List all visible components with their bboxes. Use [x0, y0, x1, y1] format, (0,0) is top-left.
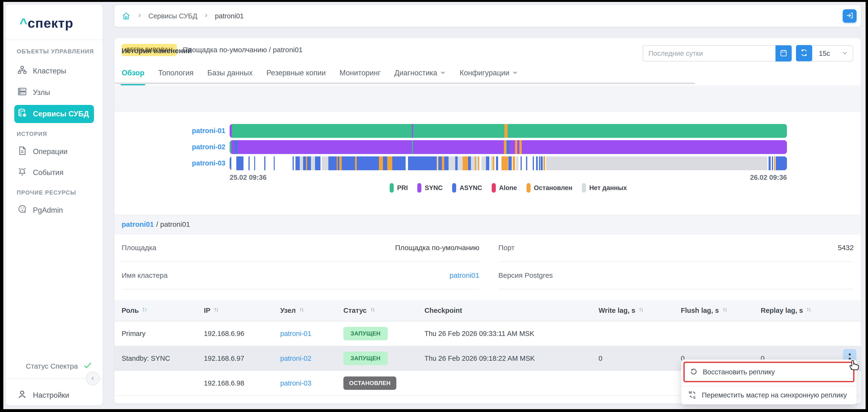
field-postgres-version: Версия Postgres — [498, 262, 854, 289]
calendar-button[interactable] — [775, 45, 792, 62]
sidebar-section-other-resources: ПРОЧИЕ РЕСУРСЫ — [17, 189, 76, 196]
chevron-right-icon — [137, 13, 142, 19]
cluster-name-link[interactable]: patroni01 — [122, 220, 154, 228]
cluster-card-header: patroni01 / patroni01 — [115, 215, 861, 234]
logout-button[interactable] — [843, 9, 857, 23]
menu-item-restore-replica[interactable]: Восстановить реплику — [683, 362, 855, 382]
tab-overview[interactable]: Обзор — [122, 69, 144, 77]
page-title: Площадка по-умолчанию / patroni01 — [183, 46, 303, 54]
col-ip[interactable]: IP — [204, 307, 280, 315]
menu-item-switch-master[interactable]: MS Переместить мастер на синхронную репл… — [681, 386, 857, 404]
tab-bar: Обзор Топология Базы данных Резервные ко… — [122, 64, 518, 82]
legend-swatch — [527, 183, 531, 193]
main-panel: ДЕГРАДИРОВАН Площадка по-умолчанию / pat… — [115, 38, 861, 404]
pgadmin-icon — [17, 204, 27, 216]
refresh-button[interactable] — [796, 45, 812, 61]
table-header: Роль IP Узел Статус Checkpoint Write lag… — [115, 300, 861, 321]
mouse-cursor-pointer — [847, 358, 860, 372]
app-window: ^спектр ОБЪЕКТЫ УПРАВЛЕНИЯ Кластеры Узлы… — [3, 2, 866, 409]
table-row-patroni-01[interactable]: Primary 192.168.6.96 patroni-01 ЗАПУЩЕН … — [115, 321, 861, 346]
row-context-menu: Восстановить реплику MS Переместить маст… — [681, 359, 857, 404]
check-icon — [83, 360, 93, 372]
sidebar-item-pgadmin[interactable]: PgAdmin — [14, 201, 94, 219]
sidebar-collapse-button[interactable] — [86, 372, 100, 385]
col-checkpoint: Checkpoint — [425, 307, 598, 315]
svg-text:S: S — [693, 395, 695, 399]
sidebar-section-management: ОБЪЕКТЫ УПРАВЛЕНИЯ — [17, 48, 94, 55]
col-flush-lag[interactable]: Flush lag, s — [681, 307, 761, 315]
node-link[interactable]: patroni-02 — [280, 354, 311, 362]
breadcrumb-current: patroni01 — [215, 12, 244, 20]
sort-icon[interactable] — [638, 307, 644, 315]
col-role[interactable]: Роль — [115, 307, 204, 315]
history-title: История изменений — [122, 47, 192, 55]
node-link[interactable]: patroni-03 — [280, 379, 311, 387]
tab-configurations[interactable]: Конфигурации — [460, 69, 518, 77]
sort-icon[interactable] — [722, 307, 728, 315]
time-range-control — [643, 45, 792, 62]
refresh-interval-value: 15с — [819, 50, 830, 58]
tab-diagnostics[interactable]: Диагностика — [395, 69, 446, 77]
chevron-right-icon — [204, 13, 209, 19]
legend-item-sync: SYNC — [417, 183, 442, 193]
breadcrumb-db-services[interactable]: Сервисы СУБД — [148, 12, 197, 20]
legend-item-async: ASYNC — [452, 183, 482, 193]
legend-item-pri: PRI — [390, 183, 408, 193]
status-badge-stopped: ОСТАНОВЛЕН — [343, 377, 396, 390]
legend-item-stopped: Остановлен — [527, 183, 572, 193]
field-site: ПлощадкаПлощадка по-умолчанию — [122, 234, 479, 262]
sidebar-item-clusters[interactable]: Кластеры — [14, 62, 94, 80]
tab-monitoring[interactable]: Мониторинг — [340, 69, 380, 77]
timeline-track-patroni-02[interactable] — [230, 140, 787, 154]
timeline-label-patroni-03[interactable]: patroni-03 — [120, 159, 225, 167]
tab-databases[interactable]: Базы данных — [208, 69, 253, 77]
timeline-track-patroni-03[interactable] — [230, 156, 787, 170]
cluster-name-rest: / patroni01 — [156, 220, 190, 228]
status-badge-running: ЗАПУЩЕН — [343, 352, 388, 365]
sidebar-item-events[interactable]: События — [14, 164, 94, 182]
sidebar-item-label: Узлы — [33, 88, 50, 97]
spektr-status: Статус Спектра — [26, 360, 93, 372]
events-icon — [17, 167, 27, 179]
cluster-name-value-link[interactable]: patroni01 — [450, 271, 479, 279]
timeline-label-patroni-01[interactable]: patroni-01 — [120, 127, 225, 135]
timeline-label-patroni-02[interactable]: patroni-02 — [120, 143, 225, 151]
legend-swatch — [390, 183, 394, 193]
legend-item-nodata: Нет данных — [582, 183, 627, 193]
db-services-icon — [17, 108, 27, 120]
chevron-down-icon[interactable] — [842, 50, 848, 57]
legend-swatch — [452, 183, 456, 193]
node-link[interactable]: patroni-01 — [280, 330, 311, 337]
home-icon[interactable] — [122, 11, 131, 21]
field-port: Порт5432 — [498, 234, 854, 262]
sidebar-item-db-services[interactable]: Сервисы СУБД — [14, 105, 94, 123]
operations-icon — [17, 146, 27, 158]
user-icon — [17, 389, 27, 401]
col-node[interactable]: Узел — [280, 307, 343, 315]
timeline-track-patroni-01[interactable] — [230, 124, 787, 138]
chevron-down-icon — [512, 69, 518, 77]
sort-icon[interactable] — [213, 307, 219, 315]
tab-topology[interactable]: Топология — [158, 69, 193, 77]
breadcrumb: Сервисы СУБД patroni01 — [115, 5, 861, 27]
sidebar-item-nodes[interactable]: Узлы — [14, 84, 94, 102]
app-logo: ^спектр — [20, 15, 73, 31]
col-status[interactable]: Статус — [343, 307, 425, 315]
sort-icon[interactable] — [806, 307, 812, 315]
sort-icon[interactable] — [299, 307, 305, 315]
sort-icon[interactable] — [370, 307, 376, 315]
legend-swatch — [582, 183, 586, 193]
sidebar-item-settings[interactable]: Настройки — [14, 386, 94, 404]
status-label: Статус Спектра — [26, 362, 78, 370]
legend-swatch — [492, 183, 496, 193]
time-range-input[interactable] — [643, 45, 775, 62]
tab-backups[interactable]: Резервные копии — [266, 69, 326, 77]
legend-item-alone: Alone — [492, 183, 517, 193]
refresh-icon — [800, 49, 808, 58]
clusters-icon — [17, 65, 27, 77]
sort-asc-icon[interactable] — [142, 307, 148, 315]
sidebar-item-operations[interactable]: Операции — [14, 142, 94, 161]
col-write-lag[interactable]: Write lag, s — [598, 307, 681, 315]
col-replay-lag[interactable]: Replay lag, s — [761, 307, 835, 315]
tabs-scrollbar[interactable] — [115, 83, 695, 84]
